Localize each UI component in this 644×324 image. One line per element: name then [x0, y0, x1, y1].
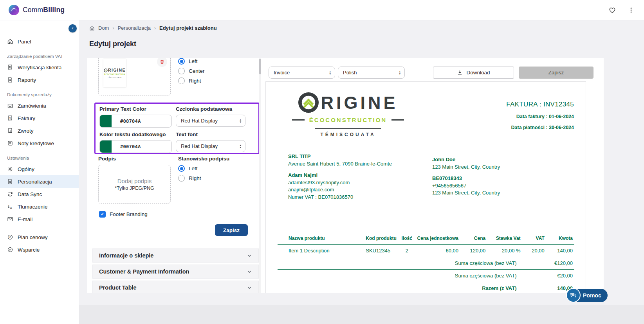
vat-subtotal-row: Suma częściowa (bez VAT) €20,00	[278, 270, 574, 282]
sidebar-item-weryfikacja-klienta[interactable]: Weryfikacja klienta	[0, 61, 79, 74]
delete-logo-button[interactable]	[157, 58, 167, 67]
sidebar-item-tlumaczenie[interactable]: zA Tłumaczenie	[0, 200, 79, 213]
secondary-color-swatch[interactable]	[100, 140, 112, 153]
logo-align-right[interactable]: Right	[178, 77, 205, 84]
invoice-date: Data faktury : 01-06-2024	[506, 114, 574, 119]
scrollbar-thumb[interactable]	[259, 59, 261, 74]
breadcrumb-personalizacja[interactable]: Personalizacja	[117, 25, 151, 31]
sidebar-item-label: Zwroty	[18, 128, 34, 134]
accordion-customer-payment[interactable]: Customer & Payment Information	[92, 265, 259, 279]
sidebar-item-label: Zamówienia	[18, 103, 46, 109]
download-icon	[457, 70, 463, 76]
euro-circle-icon: €	[7, 234, 13, 240]
col-unit-price: Cena jednostkowa	[416, 232, 460, 245]
language-select[interactable]: Polish ▴▾	[338, 67, 405, 79]
buyer-tax-id: BE07018343	[432, 175, 500, 182]
form-save-button[interactable]: Zapisz	[215, 224, 248, 236]
sidebar-item-panel[interactable]: Panel	[0, 35, 79, 48]
secondary-color-label: Kolor tekstu dodatkowego	[99, 131, 176, 137]
sidebar-item-personalizacja[interactable]: Personalizacja	[0, 175, 79, 188]
col-product-name: Nazwa produktu	[278, 232, 362, 245]
secondary-color-picker[interactable]: #00704A	[99, 140, 172, 153]
cell-vat: 20,00	[522, 245, 546, 257]
sidebar-item-raporty[interactable]: Raporty	[0, 74, 79, 86]
design-form: RIGINE ÉCOCONSTRUCTION TÉMISCOUATA Left …	[87, 58, 259, 293]
gear-icon	[7, 166, 13, 172]
radio-selected	[178, 165, 185, 172]
sidebar-item-label: Ogólny	[18, 166, 34, 172]
signature-label: Podpis	[98, 156, 116, 162]
home-icon	[7, 38, 13, 45]
sidebar-item-label: Data Sync	[18, 191, 42, 197]
bottom-strip	[79, 305, 644, 324]
breadcrumb-home[interactable]: Dom	[98, 25, 109, 31]
sidebar-item-noty-kredytowe[interactable]: Noty kredytowe	[0, 137, 79, 149]
sidebar-collapse-button[interactable]: ‹	[69, 24, 77, 32]
sidebar-item-wsparcie[interactable]: Wsparcie	[0, 243, 79, 256]
primary-color-swatch[interactable]	[100, 115, 112, 127]
invoice-logo: RIGINE ÉCOCONSTRUCTION TÉMISCOUATA	[278, 92, 419, 137]
buyer-address: 123 Main Street, City, Country	[432, 164, 500, 171]
table-header-row: Nazwa produktu Kod produktu Ilość Cena j…	[278, 232, 574, 245]
logo-upload-dropzone[interactable]: RIGINE ÉCOCONSTRUCTION TÉMISCOUATA	[98, 58, 171, 95]
sidebar-item-label: Wsparcie	[18, 247, 40, 253]
sidebar-item-ogolny[interactable]: Ogólny	[0, 163, 79, 175]
brand-name: CommBilling	[23, 6, 65, 14]
footer-branding-checkbox[interactable]: ✓ Footer Branding	[99, 211, 148, 218]
preview-save-button[interactable]: Zapisz	[519, 67, 593, 79]
logo-thumb-brand: RIGINE	[108, 68, 126, 72]
svg-text:A: A	[10, 206, 13, 210]
sidebar-item-label: E-mail	[18, 216, 32, 222]
sidebar-item-label: Plan cenowy	[18, 234, 48, 240]
text-font-select[interactable]: Red Hat Display ▴▾	[176, 140, 245, 152]
logo-align-center[interactable]: Center	[178, 68, 205, 74]
signature-position-right[interactable]: Right	[178, 175, 201, 182]
brand-logo[interactable]: CommBilling	[9, 5, 65, 15]
breadcrumb-separator: ›	[112, 25, 114, 31]
text-font-value: Red Hat Display	[181, 143, 218, 149]
primary-color-picker[interactable]: #00704A	[99, 115, 172, 128]
subtotal-value: €120,00	[522, 257, 574, 270]
logo-thumb-subtitle: ÉCOCONSTRUCTION	[104, 74, 125, 76]
col-product-code: Kod produktu	[362, 232, 398, 245]
personalization-icon	[7, 178, 13, 185]
help-button[interactable]: Pomoc	[566, 288, 608, 302]
accordion-label: Customer & Payment Information	[99, 268, 189, 275]
mail-icon	[7, 216, 13, 222]
primary-font-value: Red Hat Display	[181, 118, 218, 124]
kebab-menu-icon[interactable]	[627, 6, 635, 14]
accordion-label: Informacje o sklepie	[99, 252, 153, 259]
sidebar-item-email[interactable]: E-mail	[0, 213, 79, 225]
select-arrows-icon: ▴▾	[399, 70, 400, 75]
signature-position-left[interactable]: Left	[178, 165, 201, 172]
invoice-logo-subtitle: ÉCOCONSTRUCTION	[309, 117, 387, 123]
accordion-product-table[interactable]: Product Table	[92, 281, 259, 293]
sidebar-item-zwroty[interactable]: Zwroty	[0, 124, 79, 137]
logo-thumb-tagline: TÉMISCOUATA	[108, 77, 122, 78]
col-vat-rate: Stawka Vat	[487, 232, 522, 245]
sidebar-item-zamowienia[interactable]: Zamówienia	[0, 99, 79, 112]
svg-text:€: €	[9, 236, 11, 239]
brand-logo-icon	[9, 5, 19, 15]
signature-drop-hint: *Tylko JPEG/PNG	[115, 185, 154, 191]
sidebar-section-settings: Ustawienia	[0, 149, 79, 163]
select-arrows-icon: ▴▾	[329, 70, 331, 75]
inbox-icon	[7, 103, 13, 109]
signature-position-group: Left Right	[178, 165, 201, 182]
sidebar-item-data-sync[interactable]: Data Sync	[0, 188, 79, 200]
document-type-value: Invoice	[274, 70, 290, 76]
svg-text:€: €	[9, 117, 11, 119]
invoice-meta: FAKTURA : INV12345 Data faktury : 01-06-…	[506, 101, 574, 130]
sidebar-item-label: Raporty	[18, 77, 36, 83]
logo-align-left[interactable]: Left	[178, 58, 205, 65]
sidebar-item-faktury[interactable]: € Faktury	[0, 112, 79, 124]
accordion-store-information[interactable]: Informacje o sklepie	[92, 248, 259, 263]
favorites-heart-icon[interactable]	[608, 6, 617, 14]
signature-upload-dropzone[interactable]: Dodaj podpis *Tylko JPEG/PNG	[98, 165, 171, 204]
sidebar-item-plan-cenowy[interactable]: € Plan cenowy	[0, 231, 79, 243]
download-button[interactable]: Download	[433, 67, 514, 79]
breadcrumb: Dom › Personalizacja › Edytuj projekt sz…	[89, 25, 217, 31]
primary-font-select[interactable]: Red Hat Display ▴▾	[176, 115, 245, 127]
document-type-select[interactable]: Invoice ▴▾	[269, 67, 335, 79]
form-scrollbar[interactable]	[259, 58, 261, 293]
